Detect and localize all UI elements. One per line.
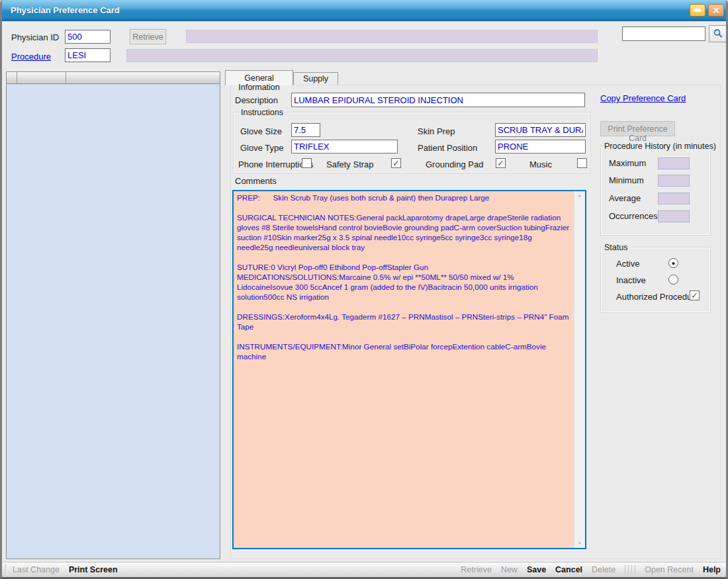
comments-label: Comments — [235, 176, 277, 186]
occurrences-label: Occurrences — [609, 211, 658, 221]
search-icon — [713, 28, 723, 39]
maximum-field — [658, 157, 690, 169]
title-bar: Physician Preference Card ✕ — [0, 0, 728, 21]
physician-preference-card-window: Physician Preference Card ✕ Physician ID… — [0, 0, 728, 579]
delete-button: Delete — [592, 565, 615, 574]
description-input[interactable] — [291, 93, 585, 107]
list-header-col1 — [7, 72, 17, 83]
preference-card-list[interactable] — [6, 71, 220, 559]
average-field — [658, 193, 690, 204]
authorized-procedure-checkbox[interactable]: ✓ — [690, 290, 700, 300]
safety-strap-label: Safety Strap — [326, 159, 374, 169]
cancel-button[interactable]: Cancel — [555, 565, 582, 574]
comments-text: PREP: Skin Scrub Tray (uses both scrub &… — [234, 191, 572, 548]
minimum-label: Minimum — [609, 175, 644, 185]
comments-scrollbar[interactable]: ⌃ ⌄ — [574, 191, 585, 548]
status-group-label: Status — [602, 243, 629, 252]
inactive-label: Inactive — [616, 275, 646, 285]
glove-type-input[interactable] — [291, 140, 398, 154]
print-screen-button[interactable]: Print Screen — [69, 565, 118, 574]
inactive-radio[interactable] — [668, 275, 678, 285]
authorized-procedure-label: Authorized Procedure — [616, 292, 700, 302]
physician-display-field — [186, 30, 598, 43]
last-change-item: Last Change — [13, 565, 60, 574]
search-button[interactable] — [709, 25, 727, 42]
copy-preference-card-link[interactable]: Copy Preference Card — [600, 93, 686, 103]
close-button[interactable]: ✕ — [708, 4, 724, 17]
scroll-up-icon[interactable]: ⌃ — [574, 194, 585, 201]
procedure-display-field — [126, 49, 598, 62]
description-label: Description — [235, 95, 278, 105]
tab-supply-items[interactable]: Supply Items — [293, 72, 338, 85]
save-button[interactable]: Save — [527, 565, 546, 574]
glove-type-label: Glove Type — [240, 143, 284, 153]
retrieve-button[interactable]: Retrieve — [130, 29, 166, 44]
comments-textarea[interactable]: PREP: Skin Scrub Tray (uses both scrub &… — [232, 190, 586, 549]
retrieve-statusbar-button: Retrieve — [461, 565, 492, 574]
help-button[interactable]: Help — [703, 565, 721, 574]
list-header-col2 — [17, 72, 66, 83]
list-header-row — [7, 72, 220, 84]
active-label: Active — [616, 259, 639, 269]
window-title: Physician Preference Card — [11, 5, 120, 15]
safety-strap-checkbox[interactable]: ✓ — [391, 158, 401, 168]
print-preference-card-button[interactable]: Print Preference Card — [600, 121, 675, 136]
maximum-label: Maximum — [609, 158, 646, 168]
list-header-col3 — [66, 72, 220, 83]
procedure-input[interactable] — [65, 48, 111, 62]
status-bar: Last Change Print Screen Retrieve New Sa… — [2, 562, 726, 577]
minimize-button[interactable] — [690, 4, 705, 17]
grounding-pad-label: Grounding Pad — [426, 159, 483, 169]
average-label: Average — [609, 193, 641, 203]
tab-general-information[interactable]: General Information — [225, 70, 293, 85]
minimize-icon — [694, 9, 702, 12]
procedure-history-group-label: Procedure History (in minutes) — [602, 142, 718, 151]
skin-prep-input[interactable] — [495, 123, 586, 137]
physician-id-input[interactable] — [65, 30, 111, 44]
glove-size-label: Glove Size — [240, 126, 282, 136]
statusbar-separator — [625, 565, 635, 574]
glove-size-input[interactable] — [291, 123, 320, 137]
patient-position-label: Patient Position — [418, 143, 477, 153]
grounding-pad-checkbox[interactable]: ✓ — [496, 158, 506, 168]
open-recent-button: Open Recent — [645, 565, 694, 574]
instructions-group-label: Instructions — [239, 108, 285, 117]
statusbar-grip-icon — [5, 564, 7, 575]
active-radio[interactable]: ● — [668, 258, 678, 268]
phone-interruptions-checkbox[interactable] — [302, 158, 312, 168]
music-label: Music — [529, 159, 552, 169]
music-checkbox[interactable] — [577, 158, 587, 168]
occurrences-field — [658, 210, 690, 222]
close-icon: ✕ — [712, 5, 720, 16]
new-button: New — [501, 565, 518, 574]
patient-position-input[interactable] — [495, 140, 586, 154]
procedure-link[interactable]: Procedure — [11, 52, 51, 62]
minimum-field — [658, 175, 690, 187]
search-input[interactable] — [622, 26, 705, 41]
scroll-down-icon[interactable]: ⌄ — [574, 538, 585, 545]
physician-id-label: Physician ID — [11, 32, 59, 42]
skin-prep-label: Skin Prep — [418, 126, 455, 136]
